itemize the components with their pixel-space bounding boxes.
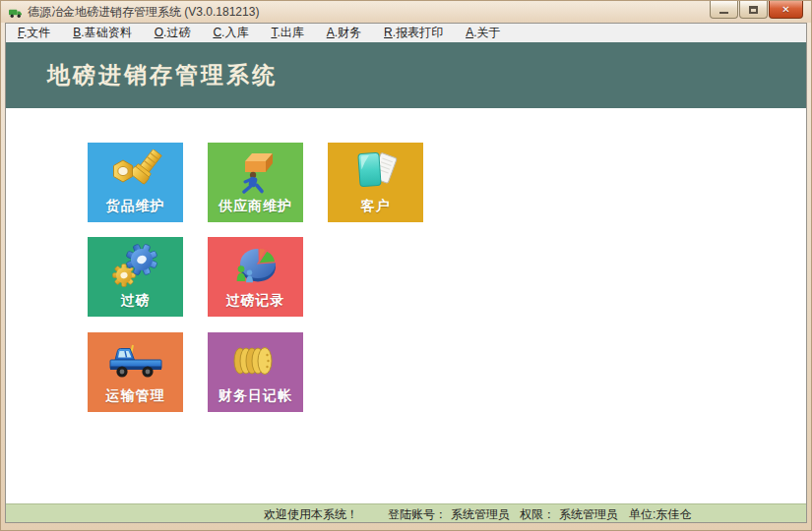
tile-label: 过磅记录 — [208, 292, 303, 310]
tile-supplier-maintenance[interactable]: 供应商维护 — [208, 143, 303, 222]
truck-icon — [88, 338, 183, 385]
main-content: 货品维护 — [6, 108, 806, 503]
window-title: 德源冶金地磅进销存管理系统 (V3.0.181213) — [28, 4, 259, 21]
maximize-button[interactable] — [739, 1, 768, 19]
tile-weighing[interactable]: 过磅 — [88, 237, 183, 317]
pie-chart-icon — [208, 243, 303, 290]
tile-transport-management[interactable]: 运输管理 — [88, 332, 183, 412]
menu-item-inbound[interactable]: C.入库 — [206, 24, 255, 42]
tile-weighing-records[interactable]: 过磅记录 — [208, 237, 303, 317]
status-welcome: 欢迎使用本系统！ — [264, 506, 358, 523]
status-bar: 欢迎使用本系统！ 登陆账号：系统管理员权限：系统管理员 单位:东佳仓 — [6, 503, 806, 522]
tile-finance-journal[interactable]: 财务日记帐 — [208, 332, 303, 412]
cards-icon — [328, 148, 423, 196]
tile-label: 货品维护 — [88, 198, 183, 215]
gears-icon — [88, 243, 183, 290]
banner: 地磅进销存管理系统 — [6, 42, 806, 108]
nut-bolt-icon — [88, 148, 183, 196]
title-bar: 德源冶金地磅进销存管理系统 (V3.0.181213) ✕ — [1, 1, 811, 23]
tile-customers[interactable]: 客户 — [328, 143, 423, 222]
tile-label: 供应商维护 — [208, 198, 303, 215]
menu-item-report-print[interactable]: R.报表打印 — [377, 24, 450, 42]
coins-icon — [208, 338, 303, 385]
tile-label: 客户 — [328, 198, 423, 215]
maximize-icon — [749, 6, 758, 14]
tile-label: 财务日记帐 — [208, 387, 303, 405]
menu-item-about[interactable]: A.关于 — [459, 24, 507, 42]
supplier-carrier-icon — [208, 148, 303, 196]
menu-item-outbound[interactable]: T.出库 — [264, 24, 310, 42]
page-title: 地磅进销存管理系统 — [6, 42, 806, 90]
menu-item-file[interactable]: F.文件 — [11, 24, 57, 42]
menu-item-basic-data[interactable]: B.基础资料 — [66, 24, 138, 42]
app-window: 德源冶金地磅进销存管理系统 (V3.0.181213) ✕ F.文件 B.基础资… — [0, 0, 812, 531]
status-unit: 单位:东佳仓 — [629, 506, 691, 523]
close-button[interactable]: ✕ — [769, 1, 803, 19]
app-truck-icon — [8, 6, 23, 19]
menu-item-finance[interactable]: A.财务 — [320, 24, 368, 42]
menu-item-weighing[interactable]: O.过磅 — [148, 24, 198, 42]
minimize-button[interactable] — [710, 1, 738, 19]
client-area: F.文件 B.基础资料 O.过磅 C.入库 T.出库 A.财务 R.报表打印 A… — [5, 23, 807, 523]
status-account: 登陆账号：系统管理员权限：系统管理员 — [388, 506, 618, 523]
minimize-icon — [719, 12, 728, 14]
close-icon: ✕ — [781, 4, 789, 15]
menu-bar: F.文件 B.基础资料 O.过磅 C.入库 T.出库 A.财务 R.报表打印 A… — [6, 24, 806, 42]
tile-label: 过磅 — [88, 292, 183, 310]
tile-goods-maintenance[interactable]: 货品维护 — [88, 143, 183, 222]
tile-label: 运输管理 — [88, 387, 183, 405]
